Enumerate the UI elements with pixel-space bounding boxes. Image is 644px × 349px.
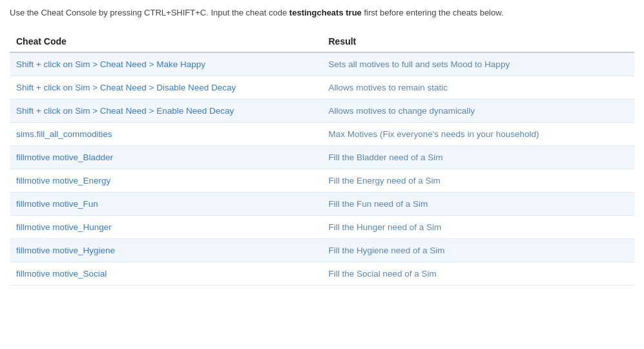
header-row: Cheat Code Result [10,31,634,52]
code-cell: Shift + click on Sim > Cheat Need > Make… [10,52,322,76]
result-cell: Sets all motives to full and sets Mood t… [322,52,635,76]
table-row: fillmotive motive_HungerFill the Hunger … [10,215,634,238]
table-row: fillmotive motive_HygieneFill the Hygien… [10,238,634,262]
code-cell: fillmotive motive_Social [10,262,322,285]
intro-text-after: first before entering the cheats below. [362,8,504,17]
code-cell: Shift + click on Sim > Cheat Need > Enab… [10,99,322,122]
table-body: Shift + click on Sim > Cheat Need > Make… [10,52,634,286]
table-row: fillmotive motive_BladderFill the Bladde… [10,145,634,169]
cheat-table: Cheat Code Result Shift + click on Sim >… [10,31,634,286]
code-cell: fillmotive motive_Energy [10,169,322,192]
table-row: Shift + click on Sim > Cheat Need > Enab… [10,99,634,122]
result-cell: Fill the Energy need of a Sim [322,169,635,192]
code-cell: Shift + click on Sim > Cheat Need > Disa… [10,76,322,99]
result-cell: Fill the Hunger need of a Sim [322,215,635,238]
code-cell: fillmotive motive_Fun [10,192,322,215]
result-cell: Max Motives (Fix everyone's needs in you… [322,122,635,145]
code-cell: fillmotive motive_Hunger [10,215,322,238]
table-header: Cheat Code Result [10,31,634,52]
result-cell: Allows motives to change dynamically [322,99,635,122]
header-result: Result [322,31,635,52]
intro-paragraph: Use the Cheat Console by pressing CTRL+S… [10,6,634,19]
table-row: fillmotive motive_EnergyFill the Energy … [10,169,634,192]
result-cell: Fill the Fun need of a Sim [322,192,635,215]
code-cell: fillmotive motive_Hygiene [10,238,322,262]
intro-bold: testingcheats true [289,8,362,17]
table-row: sims.fill_all_commoditiesMax Motives (Fi… [10,122,634,145]
code-cell: fillmotive motive_Bladder [10,145,322,169]
result-cell: Fill the Social need of a Sim [322,262,635,285]
table-row: fillmotive motive_FunFill the Fun need o… [10,192,634,215]
result-cell: Fill the Hygiene need of a Sim [322,238,635,262]
result-cell: Allows motives to remain static [322,76,635,99]
table-row: Shift + click on Sim > Cheat Need > Make… [10,52,634,76]
table-row: fillmotive motive_SocialFill the Social … [10,262,634,285]
result-cell: Fill the Bladder need of a Sim [322,145,635,169]
code-cell: sims.fill_all_commodities [10,122,322,145]
intro-text-before: Use the Cheat Console by pressing CTRL+S… [10,8,289,17]
table-row: Shift + click on Sim > Cheat Need > Disa… [10,76,634,99]
header-code: Cheat Code [10,31,322,52]
